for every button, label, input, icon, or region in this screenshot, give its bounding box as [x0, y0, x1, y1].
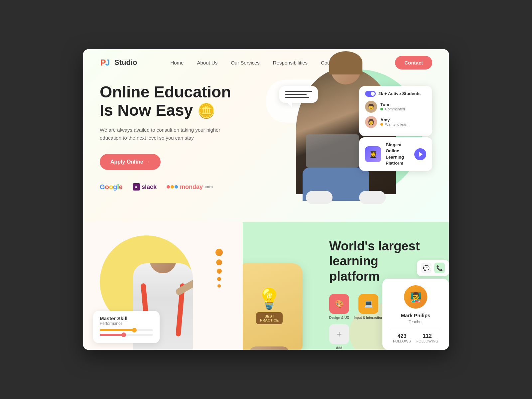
- orange-dots: [215, 249, 223, 288]
- orange-dot-3: [217, 269, 222, 274]
- input-interaction-label: Input & Interaction: [354, 316, 383, 320]
- input-interaction-icon[interactable]: 💻: [358, 294, 378, 314]
- nav-services[interactable]: Our Services: [231, 60, 260, 66]
- teacher-following-count: 112: [416, 333, 438, 339]
- teacher-follows-count: 423: [393, 333, 411, 339]
- teacher-stats: 423 FOLLOWS 112 FOLLOWING: [390, 329, 441, 343]
- speech-line-1: [285, 91, 312, 92]
- status-dot-amy: [380, 123, 383, 126]
- play-button[interactable]: [414, 148, 426, 160]
- add-service-icon[interactable]: +: [329, 324, 349, 344]
- teacher-follows: 423 FOLLOWS: [393, 333, 411, 343]
- student-card-header: 2k + Active Students: [365, 91, 426, 97]
- skill-card-content: Master Skill Performance: [100, 316, 127, 329]
- hero-section: P J Studio Home About Us Our Services Re…: [83, 49, 449, 222]
- teacher-avatar: 👨‍🏫: [404, 285, 427, 309]
- hero-left: Online Education Is Now Easy 🪙 We are al…: [100, 76, 259, 191]
- skill-title: Master Skill: [100, 316, 127, 321]
- message-icon[interactable]: 💬: [421, 263, 432, 273]
- hero-title: Online Education Is Now Easy 🪙: [100, 83, 259, 119]
- student-info-amy: Amy Wants to learn: [380, 117, 409, 126]
- teacher-photo: 👨‍🏫: [404, 285, 427, 309]
- avatar-tom: 👦: [365, 101, 377, 113]
- browser-frame: P J Studio Home About Us Our Services Re…: [83, 49, 449, 350]
- orange-dot-5: [217, 284, 221, 288]
- add-label: Add: [336, 346, 342, 350]
- speech-line-3: [285, 97, 309, 98]
- service-interaction: 💻 Input & Interaction: [354, 294, 383, 320]
- hero-right: 2k + Active Students 👦 Tom Commented: [259, 76, 432, 191]
- design-ux-label: Design & UX: [329, 316, 349, 320]
- slider-thumb-2: [121, 332, 126, 337]
- section2: Master Skill Performance: [83, 222, 449, 350]
- coin-icon: 🪙: [197, 102, 215, 119]
- student-action-tom: Commented: [380, 107, 405, 111]
- brand-google: Google: [100, 183, 123, 191]
- speech-tail: [287, 103, 292, 107]
- student-item-amy: 👩 Amy Wants to learn: [365, 116, 426, 128]
- section2-left: Master Skill Performance: [83, 222, 243, 350]
- speech-lines: [285, 91, 312, 98]
- skill-card: Master Skill Performance: [93, 311, 160, 343]
- teacher-following: 112 FOLLOWING: [416, 333, 438, 343]
- student-item-tom: 👦 Tom Commented: [365, 101, 426, 113]
- apply-online-button[interactable]: Apply Online →: [100, 154, 161, 170]
- nav-home[interactable]: Home: [170, 60, 184, 66]
- hero-title-line1: Online Education: [100, 83, 231, 101]
- teacher-card-icon-row: 💬 📞: [417, 260, 449, 276]
- design-ux-icon[interactable]: 🎨: [329, 294, 349, 314]
- service-add: + Add: [329, 324, 349, 350]
- teacher-card-wrap: 💬 📞 👨‍🏫 Mark Philips Teacher 423: [382, 260, 449, 350]
- slider-track-2: [100, 334, 153, 336]
- nav-about[interactable]: About Us: [197, 60, 217, 66]
- slider-track-1: [100, 329, 153, 331]
- brand-slack: # slack: [133, 183, 157, 191]
- message-icon-symbol: 💬: [423, 265, 430, 271]
- monday-dots-icon: [167, 185, 178, 189]
- avatar-amy: 👩: [365, 116, 377, 128]
- student-count-text: 2k + Active Students: [378, 91, 421, 96]
- brands-row: Google # slack monday.com: [100, 183, 259, 191]
- service-design: 🎨 Design & UX: [329, 294, 349, 320]
- slack-hash-icon: #: [133, 183, 140, 191]
- slider-fill-1: [100, 329, 134, 331]
- contact-button[interactable]: Contact: [395, 56, 432, 69]
- platform-card: 👩‍🎓 Biggest Online Learning Platform: [359, 137, 432, 171]
- orange-dot-4: [217, 277, 221, 281]
- teacher-card: 👨‍🏫 Mark Philips Teacher 423 FOLLOWS 112…: [382, 279, 449, 350]
- hero-content: Online Education Is Now Easy 🪙 We are al…: [83, 76, 449, 201]
- speech-line-2: [285, 94, 307, 95]
- logo: P J Studio: [100, 57, 137, 68]
- orange-dot-2: [216, 259, 222, 265]
- student-action-amy: Wants to learn: [380, 122, 409, 126]
- phone-icon[interactable]: 📞: [434, 263, 445, 273]
- student-name-amy: Amy: [380, 117, 409, 122]
- student-card: 2k + Active Students 👦 Tom Commented: [359, 86, 432, 136]
- platform-text: Biggest Online Learning Platform: [386, 142, 410, 166]
- slider-fill-2: [100, 334, 124, 336]
- hero-subtitle: We are always availed to consult on taki…: [100, 126, 226, 142]
- speech-bubble: [279, 86, 318, 103]
- teacher-role: Teacher: [390, 320, 441, 324]
- phone-icon-symbol: 📞: [436, 265, 443, 271]
- teacher-avatar-wrap: 👨‍🏫: [390, 285, 441, 309]
- toggle-icon: [365, 91, 376, 97]
- hero-title-line2: Is Now Easy: [100, 101, 193, 119]
- logo-name: Studio: [114, 58, 137, 67]
- teacher-follows-label: FOLLOWS: [393, 339, 411, 343]
- teacher-name: Mark Philips: [390, 313, 441, 318]
- student-info-tom: Tom Commented: [380, 102, 405, 111]
- platform-thumb: 👩‍🎓: [365, 146, 381, 162]
- logo-icon: P J: [100, 57, 112, 68]
- brand-monday: monday.com: [167, 184, 213, 191]
- slider-thumb-1: [132, 328, 137, 332]
- svg-text:J: J: [105, 58, 110, 67]
- skill-subtitle: Performance: [100, 321, 127, 326]
- teacher-following-label: FOLLOWING: [416, 339, 438, 343]
- orange-dot-1: [215, 249, 223, 256]
- status-dot-tom: [380, 108, 383, 110]
- student-name-tom: Tom: [380, 102, 405, 107]
